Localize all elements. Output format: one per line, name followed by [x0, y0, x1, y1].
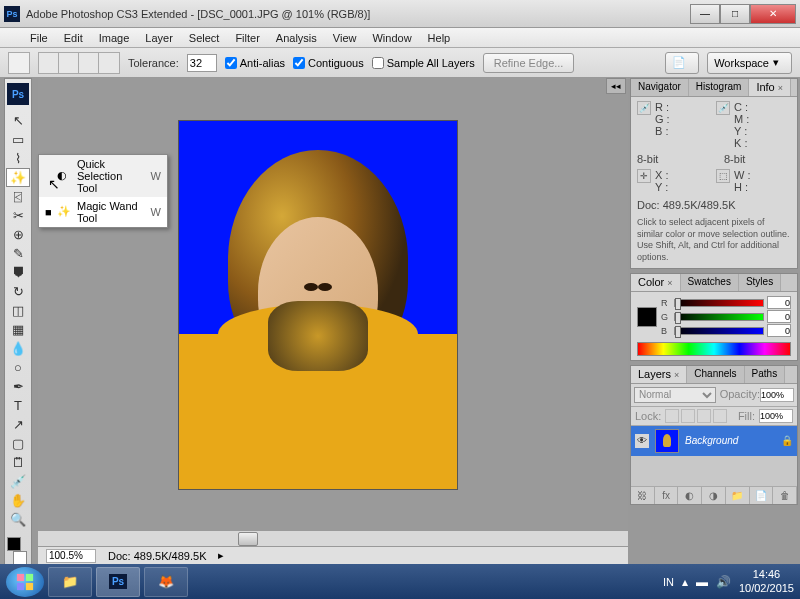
history-brush-tool[interactable]: ↻ [6, 282, 30, 301]
maximize-button[interactable]: □ [720, 4, 750, 24]
taskbar-firefox[interactable]: 🦊 [144, 567, 188, 597]
menu-file[interactable]: File [22, 30, 56, 46]
tolerance-input[interactable] [187, 54, 217, 72]
group-button[interactable]: 📁 [726, 487, 750, 504]
tray-chevron-icon[interactable]: ▴ [682, 575, 688, 589]
close-tab-icon[interactable]: × [674, 370, 679, 380]
status-chevron-icon[interactable]: ▸ [218, 549, 224, 562]
tab-channels[interactable]: Channels [687, 366, 744, 383]
eyedropper-1-icon[interactable]: 💉 [637, 101, 651, 115]
lock-paint-button[interactable] [681, 409, 695, 423]
tab-color[interactable]: Color× [631, 274, 681, 291]
layer-row[interactable]: 👁 Background 🔒 [631, 426, 797, 456]
tab-swatches[interactable]: Swatches [681, 274, 739, 291]
pen-tool[interactable]: ✒ [6, 377, 30, 396]
fill-input[interactable] [759, 409, 793, 423]
foreground-swatch[interactable] [7, 537, 21, 551]
healing-tool[interactable]: ⊕ [6, 225, 30, 244]
gradient-tool[interactable]: ▦ [6, 320, 30, 339]
crosshair-icon[interactable]: ✛ [637, 169, 651, 183]
close-tab-icon[interactable]: × [667, 278, 672, 288]
opacity-input[interactable] [760, 388, 794, 402]
sample-all-checkbox[interactable] [372, 57, 384, 69]
menu-edit[interactable]: Edit [56, 30, 91, 46]
tray-clock[interactable]: 14:46 10/02/2015 [739, 568, 794, 594]
color-swatch[interactable] [637, 307, 657, 327]
menu-filter[interactable]: Filter [227, 30, 267, 46]
lasso-tool[interactable]: ⌇ [6, 149, 30, 168]
color-swatches[interactable] [5, 537, 29, 565]
tab-navigator[interactable]: Navigator [631, 79, 689, 96]
g-value-input[interactable] [767, 310, 791, 323]
horizontal-scrollbar[interactable] [38, 530, 628, 546]
delete-layer-button[interactable]: 🗑 [773, 487, 797, 504]
type-tool[interactable]: T [6, 396, 30, 415]
dimensions-icon[interactable]: ⬚ [716, 169, 730, 183]
document-canvas[interactable] [178, 120, 458, 490]
crop-tool[interactable]: ⍃ [6, 187, 30, 206]
sel-add-button[interactable] [59, 53, 79, 73]
minimize-button[interactable]: — [690, 4, 720, 24]
menu-analysis[interactable]: Analysis [268, 30, 325, 46]
zoom-input[interactable] [46, 549, 96, 563]
adjustment-button[interactable]: ◑ [702, 487, 726, 504]
menu-layer[interactable]: Layer [137, 30, 181, 46]
sel-subtract-button[interactable] [79, 53, 99, 73]
menu-select[interactable]: Select [181, 30, 228, 46]
refine-edge-button[interactable]: Refine Edge... [483, 53, 575, 73]
fx-button[interactable]: fx [655, 487, 679, 504]
b-slider[interactable] [674, 327, 764, 335]
tray-volume-icon[interactable]: 🔊 [716, 575, 731, 589]
menu-help[interactable]: Help [420, 30, 459, 46]
sel-new-button[interactable] [39, 53, 59, 73]
current-tool-icon[interactable] [8, 52, 30, 74]
magic-wand-tool[interactable]: ✨ [6, 168, 30, 187]
tray-lang[interactable]: IN [663, 576, 674, 588]
zoom-tool[interactable]: 🔍 [6, 510, 30, 529]
visibility-toggle[interactable]: 👁 [635, 434, 649, 448]
tab-histogram[interactable]: Histogram [689, 79, 750, 96]
close-tab-icon[interactable]: × [778, 83, 783, 93]
g-slider[interactable] [674, 313, 764, 321]
color-spectrum[interactable] [637, 342, 791, 356]
marquee-tool[interactable]: ▭ [6, 130, 30, 149]
dodge-tool[interactable]: ○ [6, 358, 30, 377]
r-slider[interactable] [674, 299, 764, 307]
link-layers-button[interactable]: ⛓ [631, 487, 655, 504]
r-value-input[interactable] [767, 296, 791, 309]
menu-view[interactable]: View [325, 30, 365, 46]
goto-bridge-button[interactable]: 📄 [665, 52, 699, 74]
tab-paths[interactable]: Paths [745, 366, 786, 383]
eraser-tool[interactable]: ◫ [6, 301, 30, 320]
notes-tool[interactable]: 🗒 [6, 453, 30, 472]
taskbar-photoshop[interactable]: Ps [96, 567, 140, 597]
eyedropper-2-icon[interactable]: 💉 [716, 101, 730, 115]
close-button[interactable]: ✕ [750, 4, 796, 24]
blur-tool[interactable]: 💧 [6, 339, 30, 358]
tab-info[interactable]: Info× [749, 79, 791, 96]
sel-intersect-button[interactable] [99, 53, 119, 73]
antialias-checkbox[interactable] [225, 57, 237, 69]
mask-button[interactable]: ◐ [678, 487, 702, 504]
layer-thumbnail[interactable] [655, 429, 679, 453]
lock-all-button[interactable] [713, 409, 727, 423]
tray-flag-icon[interactable]: ▬ [696, 575, 708, 589]
tab-styles[interactable]: Styles [739, 274, 781, 291]
workspace-dropdown[interactable]: Workspace▾ [707, 52, 792, 74]
blend-mode-select[interactable]: Normal [634, 387, 716, 403]
dock-toggle-left[interactable]: ◂◂ [606, 78, 626, 94]
scrollbar-thumb[interactable] [238, 532, 258, 546]
eyedropper-tool[interactable]: 💉 [6, 472, 30, 491]
background-swatch[interactable] [13, 551, 27, 565]
menu-window[interactable]: Window [364, 30, 419, 46]
menu-image[interactable]: Image [91, 30, 138, 46]
shape-tool[interactable]: ▢ [6, 434, 30, 453]
taskbar-explorer[interactable]: 📁 [48, 567, 92, 597]
slice-tool[interactable]: ✂ [6, 206, 30, 225]
tab-layers[interactable]: Layers× [631, 366, 687, 383]
start-button[interactable] [6, 567, 44, 597]
stamp-tool[interactable]: ⛊ [6, 263, 30, 282]
new-layer-button[interactable]: 📄 [750, 487, 774, 504]
flyout-magic-wand[interactable]: ■ ✨ Magic Wand Tool W [39, 197, 167, 227]
lock-trans-button[interactable] [665, 409, 679, 423]
